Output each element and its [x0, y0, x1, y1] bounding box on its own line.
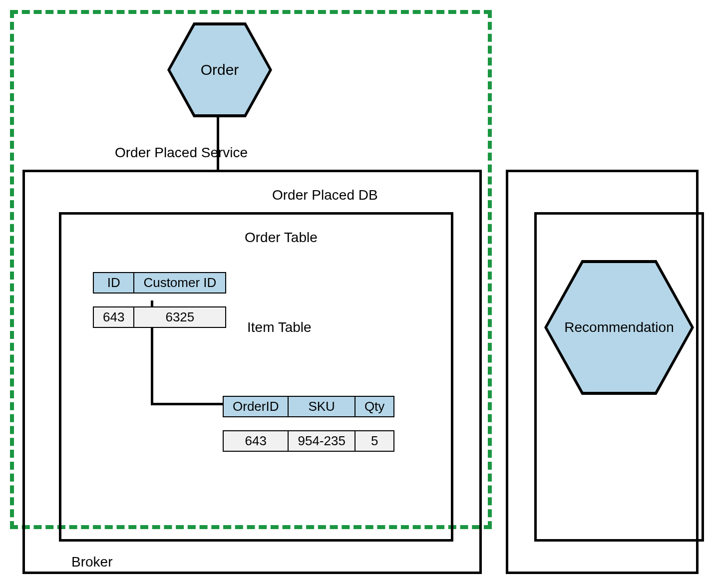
item-qty-cell: 5: [355, 431, 394, 451]
table-row: 643 954-235 5: [223, 431, 394, 451]
item-table: OrderID SKU Qty 643 954-235 5: [223, 396, 394, 452]
order-db-box: [59, 212, 453, 542]
item-orderid-cell: 643: [223, 431, 288, 451]
connector-order-to-item-h: [151, 403, 228, 405]
customer-id-cell: 6325: [134, 307, 226, 327]
item-table-header-qty: Qty: [355, 396, 394, 417]
order-id-cell: 643: [93, 307, 134, 327]
item-sku-cell: 954-235: [288, 431, 354, 451]
table-row: 643 6325: [93, 307, 226, 327]
order-placed-service-label: Order Placed Service: [115, 145, 248, 161]
item-table-header-orderid: OrderID: [223, 396, 288, 417]
broker-label: Broker: [71, 554, 112, 570]
order-table: ID Customer ID 643 6325: [93, 272, 226, 328]
order-db-label: Order Placed DB: [272, 187, 378, 203]
order-table-label: Order Table: [245, 230, 318, 246]
item-table-label: Item Table: [247, 319, 312, 335]
order-table-header-customer: Customer ID: [134, 273, 226, 293]
order-table-header-id: ID: [93, 273, 134, 293]
recommendation-label: Recommendation: [564, 319, 674, 335]
item-table-header-sku: SKU: [288, 396, 354, 417]
connector-order-to-service: [217, 116, 219, 171]
order-label: Order: [201, 61, 239, 78]
